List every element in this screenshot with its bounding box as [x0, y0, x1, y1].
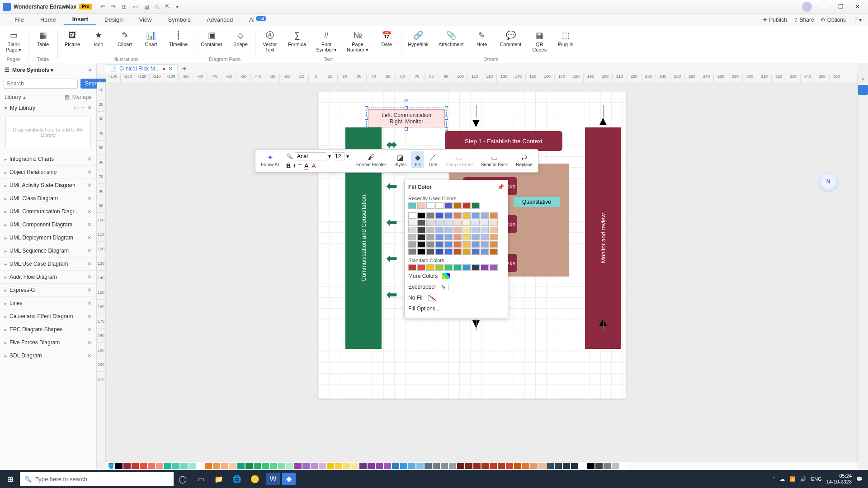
ribbon-qr-codes[interactable]: ▦QRCodes: [528, 28, 550, 54]
color-swatch[interactable]: [481, 249, 489, 255]
color-swatch[interactable]: [408, 227, 416, 233]
color-swatch[interactable]: [472, 220, 480, 226]
palette-swatch[interactable]: [123, 463, 131, 469]
palette-swatch[interactable]: [465, 463, 472, 469]
ribbon-attachment[interactable]: 📎Attachment: [436, 28, 467, 54]
tray-lang[interactable]: ENG: [811, 476, 822, 482]
color-swatch[interactable]: [408, 234, 416, 240]
task-view-icon[interactable]: ◯: [174, 475, 192, 483]
palette-swatch[interactable]: [351, 463, 359, 469]
color-swatch[interactable]: [426, 241, 434, 248]
palette-swatch[interactable]: [205, 463, 212, 469]
palette-swatch[interactable]: [498, 463, 505, 469]
color-swatch[interactable]: [435, 234, 443, 240]
menu-design[interactable]: Design: [96, 14, 131, 25]
ribbon-comment[interactable]: 💬Comment: [497, 28, 524, 54]
palette-swatch[interactable]: [254, 463, 261, 469]
category-item[interactable]: ▸Cause and Effect Diagram✕: [0, 310, 96, 323]
symbol-dropzone[interactable]: Drag symbols here to add to My Library: [5, 117, 91, 148]
redo-icon[interactable]: ↷: [111, 4, 116, 10]
ribbon-icon[interactable]: ★Icon: [88, 28, 109, 49]
tray-chevron-icon[interactable]: ˄: [773, 476, 775, 482]
palette-swatch[interactable]: [164, 463, 171, 469]
undo-icon[interactable]: ↶: [100, 4, 105, 10]
category-item[interactable]: ▸Object Relationship✕: [0, 166, 96, 179]
canvas[interactable]: ▼ ▲ Left: Communication Right: Monitor ⟳…: [106, 82, 857, 462]
color-swatch[interactable]: [444, 212, 453, 219]
palette-swatch[interactable]: [359, 463, 367, 469]
category-close-icon[interactable]: ✕: [87, 221, 92, 228]
color-swatch[interactable]: [462, 241, 471, 248]
color-swatch[interactable]: [417, 202, 425, 209]
palette-swatch[interactable]: [262, 463, 269, 469]
palette-swatch[interactable]: [457, 463, 464, 469]
color-swatch[interactable]: [472, 202, 480, 209]
palette-swatch[interactable]: [595, 463, 603, 469]
color-swatch[interactable]: [426, 220, 434, 226]
palette-swatch[interactable]: [140, 463, 147, 469]
ribbon-clipart[interactable]: ✎Clipart: [114, 28, 136, 49]
line-button[interactable]: ／Line: [425, 151, 441, 168]
font-family-chevron-icon[interactable]: ▾: [328, 153, 331, 160]
palette-swatch[interactable]: [538, 463, 546, 469]
ribbon-shape[interactable]: ◇Shape: [230, 28, 251, 49]
palette-swatch[interactable]: [384, 463, 391, 469]
color-swatch[interactable]: [426, 227, 434, 233]
publish-button[interactable]: ✈ Publish: [763, 17, 787, 23]
font-size-input[interactable]: [333, 152, 344, 160]
chrome-icon[interactable]: 🟡: [246, 475, 264, 483]
color-swatch[interactable]: [472, 241, 480, 248]
palette-swatch[interactable]: [221, 463, 228, 469]
step1-box[interactable]: Step 1 - Establish the Context: [445, 131, 562, 151]
color-swatch[interactable]: [426, 234, 434, 240]
color-swatch[interactable]: [462, 264, 471, 271]
category-close-icon[interactable]: ✕: [87, 156, 92, 162]
category-close-icon[interactable]: ✕: [87, 248, 92, 254]
palette-swatch[interactable]: [286, 463, 293, 469]
category-item[interactable]: ▸UML Activity State Diagram✕: [0, 179, 96, 192]
library-up-icon[interactable]: ▴: [23, 94, 26, 100]
color-swatch[interactable]: [444, 202, 453, 209]
category-item[interactable]: ▸UML Class Diagram✕: [0, 192, 96, 205]
category-item[interactable]: ▸UML Use Case Diagram✕: [0, 258, 96, 271]
color-swatch[interactable]: [453, 212, 462, 219]
mylib-chevron-icon[interactable]: ▾: [5, 105, 7, 111]
color-swatch[interactable]: [417, 241, 425, 248]
new-doc-tab-button[interactable]: +: [182, 65, 186, 73]
font-size-chevron-icon[interactable]: ▾: [346, 153, 349, 160]
document-tab[interactable]: 📄 Clinical Risk M... ● ✕: [105, 64, 178, 73]
color-swatch[interactable]: [490, 220, 498, 226]
minimize-button[interactable]: —: [816, 3, 833, 10]
hamburger-icon[interactable]: ☰: [5, 67, 9, 73]
palette-swatch[interactable]: [506, 463, 513, 469]
color-swatch[interactable]: [453, 227, 462, 233]
palette-swatch[interactable]: [302, 463, 310, 469]
color-swatch[interactable]: [426, 202, 434, 209]
qat-open-icon[interactable]: ▭: [133, 4, 138, 10]
start-button[interactable]: ⊞: [0, 475, 20, 483]
color-swatch[interactable]: [462, 227, 471, 233]
bold-button[interactable]: B: [286, 162, 291, 169]
options-button[interactable]: ⚙ Options: [821, 17, 846, 23]
palette-swatch[interactable]: [408, 463, 415, 469]
doc-tab-close-icon[interactable]: ✕: [168, 66, 173, 72]
color-swatch[interactable]: [472, 264, 480, 271]
pin-icon[interactable]: 📌: [497, 184, 504, 190]
category-item[interactable]: ▸Express-G✕: [0, 284, 96, 297]
ribbon-font-symbol-▾[interactable]: #FontSymbol ▾: [313, 28, 340, 55]
palette-swatch[interactable]: [148, 463, 155, 469]
expand-right-icon[interactable]: »: [858, 74, 868, 82]
rotate-handle-icon[interactable]: ⟳: [404, 98, 409, 104]
tray-wifi-icon[interactable]: 📶: [789, 476, 796, 482]
qat-print-icon[interactable]: ⎙: [156, 4, 159, 10]
color-swatch[interactable]: [444, 241, 453, 248]
color-swatch[interactable]: [462, 202, 471, 209]
color-swatch[interactable]: [462, 212, 471, 219]
palette-swatch[interactable]: [571, 463, 578, 469]
color-swatch[interactable]: [481, 212, 489, 219]
color-swatch[interactable]: [408, 212, 416, 219]
category-item[interactable]: ▸Five Forces Diagram✕: [0, 336, 96, 349]
system-tray[interactable]: ˄ ☁ 📶 🔊 ENG 05:24 14-10-2023 💬: [767, 473, 868, 485]
ribbon-container[interactable]: ▣Container: [198, 28, 225, 49]
symbol-search-input[interactable]: [4, 79, 78, 89]
